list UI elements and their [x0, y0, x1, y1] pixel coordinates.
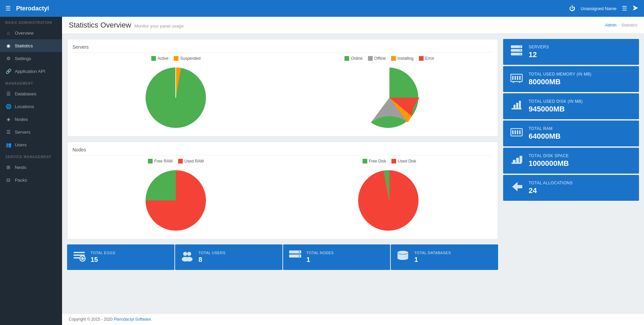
menu-icon[interactable]: ☰ — [5, 5, 11, 12]
breadcrumb-separator: › — [618, 23, 620, 28]
legend-free-disk: Free Disk — [363, 159, 386, 164]
svg-point-11 — [186, 257, 193, 262]
svg-rect-7 — [80, 258, 85, 259]
sidebar-item-statistics[interactable]: ◉ Statistics — [0, 39, 62, 52]
servers-chart-row: Active Suspended — [72, 56, 493, 131]
bottom-stat-nodes: TOTAL NODES 1 — [283, 244, 390, 270]
stat-memory-value: 80000MB — [529, 78, 632, 86]
users-stat-icon — [180, 249, 194, 265]
main-wrapper: Basic Administration ⌂ Overview ◉ Statis… — [0, 17, 644, 325]
stat-disk-space-value: 1000000MB — [529, 159, 632, 168]
list-icon[interactable]: ☰ — [622, 5, 627, 12]
svg-point-16 — [397, 251, 408, 254]
svg-rect-2 — [73, 252, 85, 253]
sidebar-item-servers[interactable]: ☰ Servers — [0, 126, 62, 138]
stat-disk-space-info: TOTAL DISK SPACE 1000000MB — [529, 153, 632, 168]
users-stat-info: TOTAL USERS 8 — [199, 251, 225, 264]
sidebar-item-overview[interactable]: ⌂ Overview — [0, 27, 62, 39]
stat-memory-info: TOTAL USED MEMORY (IN MB) 80000MB — [529, 72, 632, 86]
sidebar-label-nests: Nests — [15, 165, 26, 170]
sidebar-item-settings[interactable]: ⚙ Settings — [0, 52, 62, 65]
sidebar-item-nodes[interactable]: ◈ Nodes — [0, 113, 62, 126]
stat-used-disk-value: 945000MB — [529, 105, 632, 113]
sidebar-item-application-api[interactable]: 🔗 Application API — [0, 65, 62, 78]
sidebar-label-users: Users — [15, 142, 26, 147]
eggs-stat-value: 15 — [91, 256, 115, 264]
stat-ram-value: 64000MB — [529, 132, 632, 141]
free-ram-dot — [148, 159, 153, 164]
stat-allocations-value: 24 — [529, 186, 632, 195]
stat-memory-label: TOTAL USED MEMORY (IN MB) — [529, 72, 632, 77]
svg-rect-41 — [516, 158, 519, 162]
stat-ram-label: TOTAL RAM — [529, 126, 632, 131]
sidebar-item-databases[interactable]: ☰ Databases — [0, 87, 62, 100]
stat-servers-value: 12 — [529, 50, 632, 59]
home-icon: ⌂ — [5, 30, 11, 36]
exit-icon[interactable]: ⮞ — [633, 5, 639, 12]
svg-rect-31 — [514, 105, 516, 108]
stat-disk-space-icon — [510, 153, 523, 168]
breadcrumb: Admin › Statistics — [605, 23, 637, 28]
sidebar-label-databases: Databases — [15, 91, 37, 96]
page-title: Statistics Overview — [69, 21, 131, 30]
nodes-disk-pie — [356, 167, 423, 234]
nodes-icon: ◈ — [5, 117, 11, 122]
power-icon[interactable]: ⏻ — [569, 5, 575, 12]
sidebar-label-api: Application API — [15, 69, 45, 74]
servers-status-pie — [356, 64, 423, 131]
sidebar-item-packs[interactable]: ⊟ Packs — [0, 174, 62, 186]
settings-icon: ⚙ — [5, 56, 11, 61]
page-header: Statistics Overview Monitor your panel u… — [62, 17, 644, 34]
page-subtitle: Monitor your panel usage. — [135, 24, 185, 29]
stat-used-disk-icon — [510, 99, 523, 114]
active-label: Active — [158, 56, 169, 61]
servers-active-legend: Active Suspended — [151, 56, 201, 61]
footer-link[interactable]: Pterodactyl Software. — [114, 317, 152, 322]
stat-allocations-label: TOTAL ALLOCATIONS — [529, 181, 632, 185]
servers-active-pie — [142, 64, 209, 131]
nodes-stat-info: TOTAL NODES 1 — [307, 251, 334, 264]
nodes-ram-pie — [142, 167, 209, 234]
sidebar-label-locations: Locations — [15, 104, 34, 109]
content-area: Statistics Overview Monitor your panel u… — [62, 17, 644, 325]
servers-status-legend: Online Offline Installing — [344, 56, 434, 61]
eggs-stat-label: TOTAL EGGS — [91, 251, 115, 255]
stat-servers-icon — [510, 44, 523, 59]
offline-dot — [368, 56, 373, 61]
nodes-stat-value: 1 — [307, 256, 334, 264]
used-disk-label: Used Disk — [398, 159, 416, 164]
svg-rect-40 — [513, 160, 516, 162]
sidebar-item-users[interactable]: 👥 Users — [0, 138, 62, 151]
free-disk-label: Free Disk — [369, 159, 386, 164]
used-ram-dot — [178, 159, 183, 164]
user-name: Unassigned Name — [581, 6, 616, 11]
sidebar-item-nests[interactable]: ⊞ Nests — [0, 161, 62, 174]
nodes-ram-legend: Free RAM Used RAM — [148, 159, 204, 164]
stat-card-memory: TOTAL USED MEMORY (IN MB) 80000MB — [503, 66, 639, 92]
svg-rect-26 — [517, 76, 518, 80]
stat-servers-info: SERVERS 12 — [529, 45, 632, 59]
free-ram-label: Free RAM — [154, 159, 173, 164]
legend-offline: Offline — [368, 56, 386, 61]
eggs-icon — [72, 249, 86, 265]
free-disk-dot — [363, 159, 367, 164]
nodes-ram-section: Free RAM Used RAM — [72, 159, 279, 234]
sidebar-label-statistics: Statistics — [15, 43, 33, 48]
svg-point-21 — [520, 50, 521, 51]
sidebar-label-servers: Servers — [15, 130, 31, 135]
legend-online: Online — [344, 56, 363, 61]
active-dot — [151, 56, 156, 61]
breadcrumb-admin[interactable]: Admin — [605, 23, 616, 28]
sidebar-item-locations[interactable]: 🌐 Locations — [0, 100, 62, 113]
used-disk-dot — [391, 159, 396, 164]
svg-rect-35 — [512, 130, 514, 134]
bottom-stat-users: TOTAL USERS 8 — [175, 244, 282, 270]
legend-used-ram: Used RAM — [178, 159, 204, 164]
navbar: ☰ Pterodactyl ⏻ Unassigned Name ☰ ⮞ — [0, 0, 644, 17]
nodes-stat-label: TOTAL NODES — [307, 251, 334, 255]
suspended-label: Suspended — [180, 56, 201, 61]
stat-card-allocations: TOTAL ALLOCATIONS 24 — [503, 175, 639, 201]
stat-used-disk-info: TOTAL USED DISK (IN MB) 945000MB — [529, 99, 632, 113]
stat-card-ram: TOTAL RAM 64000MB — [503, 121, 639, 146]
locations-icon: 🌐 — [5, 104, 11, 109]
